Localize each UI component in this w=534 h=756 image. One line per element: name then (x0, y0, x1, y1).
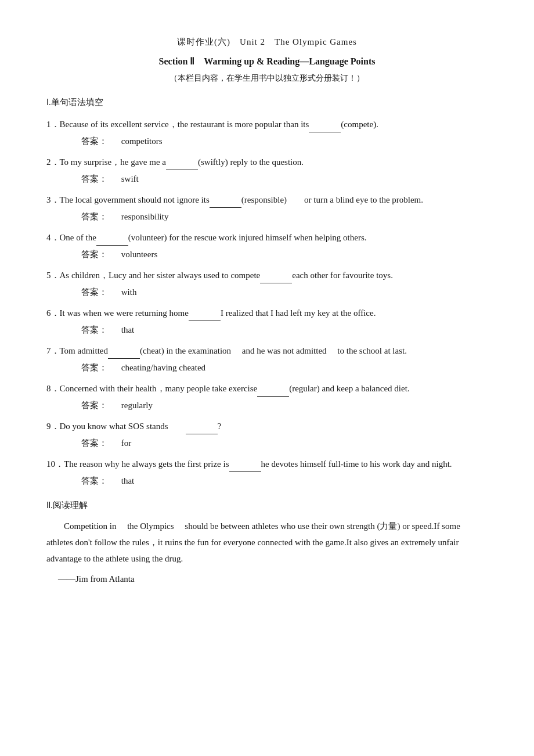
answer-label-1: 答案： (81, 136, 107, 146)
answer-value-4: volunteers (121, 250, 157, 259)
answer-9: 答案： for (81, 435, 488, 451)
question-text-4: 4．One of the (volunteer) for the rescue … (46, 229, 488, 246)
question-text-7: 7．Tom admitted (cheat) in the examinatio… (46, 343, 488, 359)
question-text-3: 3．The local government should not ignore… (46, 192, 488, 208)
answer-4: 答案： volunteers (81, 247, 488, 262)
q5-blank (260, 267, 292, 283)
q3-text: 3．The local government should not ignore… (46, 195, 210, 204)
part2-header: Ⅱ.阅读理解 (46, 498, 488, 513)
q3-hint: (responsible) or turn a blind eye to the… (241, 195, 423, 204)
page-wrapper: 课时作业(六) Unit 2 The Olympic Games Section… (46, 35, 488, 586)
q7-text: 7．Tom admitted (46, 346, 108, 355)
answer-label-3: 答案： (81, 212, 107, 221)
question-block-2: 2．To my surprise，he gave me a (swiftly) … (46, 154, 488, 187)
q5-text: 5．As children，Lucy and her sister always… (46, 271, 260, 280)
answer-value-6: that (121, 325, 135, 334)
section-title: Section Ⅱ Warming up & Reading—Language … (46, 53, 488, 69)
answer-value-3: responsibility (121, 212, 169, 221)
attribution-dash: — (58, 574, 67, 584)
question-text-5: 5．As children，Lucy and her sister always… (46, 267, 488, 283)
answer-6: 答案： that (81, 322, 488, 338)
q2-text: 2．To my surprise，he gave me a (46, 157, 166, 167)
q4-hint: (volunteer) for the rescue work injured … (128, 233, 367, 242)
answer-label-4: 答案： (81, 250, 107, 259)
q1-hint: (compete). (341, 120, 378, 129)
answer-label-5: 答案： (81, 287, 107, 297)
q6-text: 6．It was when we were returning home (46, 308, 189, 318)
answer-3: 答案： responsibility (81, 209, 488, 225)
question-block-10: 10．The reason why he always gets the fir… (46, 456, 488, 489)
answer-7: 答案： cheating/having cheated (81, 360, 488, 376)
answer-label-9: 答案： (81, 438, 107, 448)
q8-hint: (regular) and keep a balanced diet. (289, 384, 409, 393)
question-block-5: 5．As children，Lucy and her sister always… (46, 267, 488, 300)
attribution: ——Jim from Atlanta (58, 572, 488, 587)
question-block-4: 4．One of the (volunteer) for the rescue … (46, 229, 488, 262)
answer-value-9: for (121, 438, 132, 448)
question-block-8: 8．Concerned with their health，many peopl… (46, 380, 488, 413)
page-title: 课时作业(六) Unit 2 The Olympic Games (46, 35, 488, 50)
question-text-9: 9．Do you know what SOS stands ? (46, 418, 488, 434)
question-block-6: 6．It was when we were returning home I r… (46, 305, 488, 338)
q6-hint: I realized that I had left my key at the… (221, 308, 376, 318)
q3-blank (210, 192, 241, 208)
question-block-7: 7．Tom admitted (cheat) in the examinatio… (46, 343, 488, 376)
question-text-10: 10．The reason why he always gets the fir… (46, 456, 488, 472)
answer-value-2: swift (121, 174, 139, 183)
answer-value-7: cheating/having cheated (121, 363, 205, 372)
q5-hint: each other for favourite toys. (292, 271, 393, 280)
answer-10: 答案： that (81, 473, 488, 489)
answer-value-10: that (121, 476, 135, 485)
answer-label-7: 答案： (81, 363, 107, 372)
attribution-name: —Jim from Atlanta (67, 574, 135, 584)
q9-blank (186, 418, 218, 434)
q7-hint: (cheat) in the examination and he was no… (140, 346, 407, 355)
answer-2: 答案： swift (81, 171, 488, 187)
answer-label-6: 答案： (81, 325, 107, 334)
question-text-8: 8．Concerned with their health，many peopl… (46, 380, 488, 397)
q6-blank (189, 305, 221, 321)
question-text-1: 1．Because of its excellent service，the r… (46, 116, 488, 132)
q10-blank (229, 456, 261, 472)
q7-blank (108, 343, 140, 359)
q4-text: 4．One of the (46, 233, 96, 242)
reading-paragraph-1: Competition in the Olympics should be be… (46, 519, 488, 567)
q1-blank (309, 116, 341, 132)
answer-5: 答案： with (81, 285, 488, 300)
q9-text: 9．Do you know what SOS stands (46, 422, 186, 431)
question-text-6: 6．It was when we were returning home I r… (46, 305, 488, 321)
q8-text: 8．Concerned with their health，many peopl… (46, 384, 257, 393)
answer-value-8: regularly (121, 401, 153, 410)
answer-label-8: 答案： (81, 401, 107, 410)
q9-hint: ? (218, 422, 222, 431)
answer-value-5: with (121, 287, 137, 297)
question-text-2: 2．To my surprise，he gave me a (swiftly) … (46, 154, 488, 170)
answer-label-10: 答案： (81, 476, 107, 485)
answer-label-2: 答案： (81, 174, 107, 183)
q2-blank (166, 154, 198, 170)
q10-text: 10．The reason why he always gets the fir… (46, 459, 229, 469)
answer-1: 答案： competitors (81, 134, 488, 149)
answer-value-1: competitors (121, 136, 163, 146)
q8-blank (257, 380, 289, 397)
part1-header: Ⅰ.单句语法填空 (46, 95, 488, 110)
question-block-1: 1．Because of its excellent service，the r… (46, 116, 488, 149)
q2-hint: (swiftly) reply to the question. (198, 157, 304, 167)
subtitle: （本栏目内容，在学生用书中以独立形式分册装订！） (46, 71, 488, 85)
answer-8: 答案： regularly (81, 398, 488, 413)
question-block-3: 3．The local government should not ignore… (46, 192, 488, 225)
q1-text: 1．Because of its excellent service，the r… (46, 120, 309, 129)
question-block-9: 9．Do you know what SOS stands ? 答案： for (46, 418, 488, 451)
q10-hint: he devotes himself full-time to his work… (261, 459, 452, 469)
q4-blank (96, 229, 128, 246)
